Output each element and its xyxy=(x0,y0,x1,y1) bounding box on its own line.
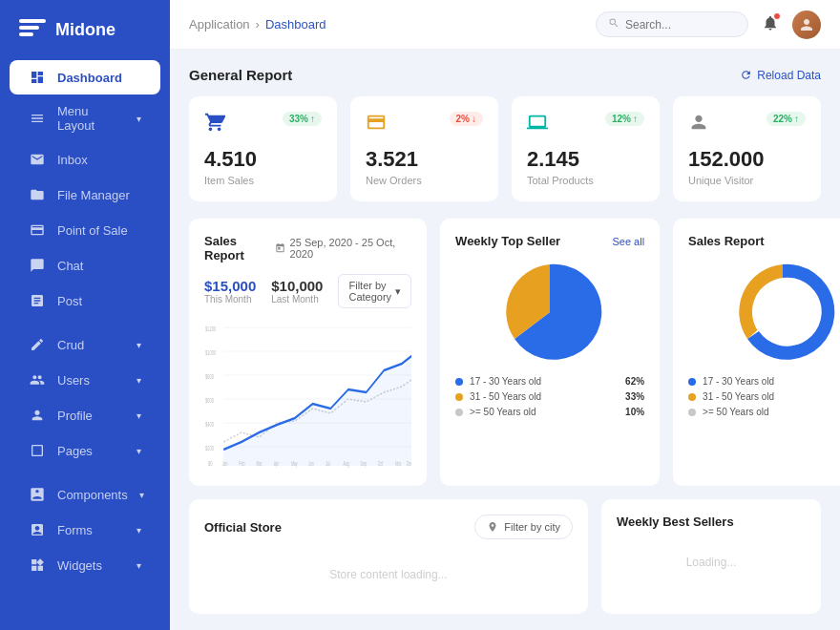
file-manager-icon xyxy=(29,186,46,203)
svg-text:Sep: Sep xyxy=(361,460,367,468)
sidebar-item-menu-layout[interactable]: Menu Layout ▾ xyxy=(10,95,160,141)
sidebar-item-forms[interactable]: Forms ▾ xyxy=(10,513,160,547)
donut-chart: 17 - 30 Years old 62% 31 - 50 Years old … xyxy=(688,260,840,422)
svg-text:Jul: Jul xyxy=(326,460,330,468)
notification-badge xyxy=(773,12,781,20)
stat-card-item-sales: 33% ↑ 4.510 Item Sales xyxy=(189,96,337,201)
svg-text:Feb: Feb xyxy=(239,460,244,468)
breadcrumb-separator: › xyxy=(256,17,260,32)
chevron-down-icon: ▾ xyxy=(395,285,401,298)
svg-text:Dec: Dec xyxy=(407,460,411,468)
pages-icon xyxy=(29,442,46,459)
sidebar-item-widgets[interactable]: Widgets ▾ xyxy=(10,548,160,582)
badge-total-products: 12% ↑ xyxy=(605,112,644,126)
sidebar-label-pages: Pages xyxy=(57,444,93,458)
search-input[interactable] xyxy=(625,18,736,32)
weekly-best-sellers-panel: Weekly Best Sellers Loading... xyxy=(601,499,821,614)
official-store-title: Official Store xyxy=(204,520,282,535)
widgets-icon xyxy=(29,556,46,574)
sidebar-label-post: Post xyxy=(57,294,82,308)
reload-data-button[interactable]: Reload Data xyxy=(740,69,821,82)
svg-point-27 xyxy=(754,284,811,341)
sidebar-item-dashboard[interactable]: Dashboard xyxy=(10,60,160,94)
menu-layout-icon xyxy=(29,110,46,127)
donut-legend-label-2: 31 - 50 Years old xyxy=(703,391,774,402)
sidebar-item-point-of-sale[interactable]: Point of Sale xyxy=(10,213,160,247)
official-store-header: Official Store Filter by city xyxy=(204,514,573,539)
sidebar-item-profile[interactable]: Profile ▾ xyxy=(10,398,160,432)
svg-text:Aug: Aug xyxy=(343,460,348,468)
svg-text:Jun: Jun xyxy=(308,460,314,468)
this-month-value: $15,000 xyxy=(204,278,256,294)
chevron-down-icon: ▾ xyxy=(136,340,141,350)
stat-card-new-orders: 2% ↓ 3.521 New Orders xyxy=(350,96,498,201)
bottom-section: Official Store Filter by city Store cont… xyxy=(189,499,821,614)
sidebar-item-post[interactable]: Post xyxy=(10,284,160,318)
pie-legend-donut: 17 - 30 Years old 62% 31 - 50 Years old … xyxy=(688,376,840,422)
stat-label-total-products: Total Products xyxy=(527,175,644,186)
users-icon xyxy=(29,371,46,388)
donut-legend-label-1: 17 - 30 Years old xyxy=(703,376,774,387)
filter-by-city[interactable]: Filter by city xyxy=(474,514,573,539)
legend-label-2: 31 - 50 Years old xyxy=(470,391,541,402)
stat-value-total-products: 2.145 xyxy=(527,147,644,172)
sidebar-item-chat[interactable]: Chat xyxy=(10,248,160,283)
see-all-top-seller[interactable]: See all xyxy=(612,236,644,247)
search-box[interactable] xyxy=(596,11,748,37)
logo-icon xyxy=(19,19,46,40)
svg-text:Apr: Apr xyxy=(274,460,280,468)
legend-label-3: >= 50 Years old xyxy=(470,407,536,417)
dashboard-icon xyxy=(29,69,46,86)
date-range-text: 25 Sep, 2020 - 25 Oct, 2020 xyxy=(290,237,412,260)
card-icon xyxy=(366,112,387,137)
middle-row: Sales Report 25 Sep, 2020 - 25 Oct, 2020… xyxy=(189,219,821,486)
reload-label: Reload Data xyxy=(757,69,821,82)
pie-legend-top-seller: 17 - 30 Years old 62% 31 - 50 Years old … xyxy=(455,376,644,422)
svg-text:Oct: Oct xyxy=(378,460,384,468)
sidebar-item-inbox[interactable]: Inbox xyxy=(10,142,160,177)
svg-text:Jan: Jan xyxy=(222,460,228,468)
sidebar-item-users[interactable]: Users ▾ xyxy=(10,363,160,397)
stat-card-unique-visitor: 22% ↑ 152.000 Unique Visitor xyxy=(673,96,821,201)
point-of-sale-icon xyxy=(29,221,46,239)
line-chart: $1200 $1000 $800 $600 $400 $200 $0 xyxy=(204,318,411,471)
general-report-header: General Report Reload Data xyxy=(189,67,821,83)
sidebar-label-widgets: Widgets xyxy=(57,558,102,573)
sidebar-item-components[interactable]: Components ▾ xyxy=(10,477,160,512)
sales-report-donut-title: Sales Report xyxy=(688,234,764,248)
sidebar-item-crud[interactable]: Crud ▾ xyxy=(10,327,160,362)
sales-report-panel: Sales Report 25 Sep, 2020 - 25 Oct, 2020… xyxy=(189,219,427,486)
sidebar-label-users: Users xyxy=(57,373,90,388)
cart-icon xyxy=(204,112,225,137)
sidebar-label-forms: Forms xyxy=(57,523,93,537)
monitor-icon xyxy=(527,112,548,137)
notification-button[interactable] xyxy=(762,14,779,35)
sidebar-label-dashboard: Dashboard xyxy=(57,71,122,85)
official-store-panel: Official Store Filter by city Store cont… xyxy=(189,499,588,614)
store-content-placeholder: Store content loading... xyxy=(204,551,573,598)
app-name: Midone xyxy=(55,20,116,40)
svg-text:Nov: Nov xyxy=(395,460,401,468)
general-report-title: General Report xyxy=(189,67,292,83)
filter-category-button[interactable]: Filter by Category ▾ xyxy=(338,274,411,308)
breadcrumb-parent: Application xyxy=(189,17,250,32)
svg-text:$400: $400 xyxy=(205,419,214,428)
sidebar-label-file-manager: File Manager xyxy=(57,188,130,202)
sidebar-label-menu-layout: Menu Layout xyxy=(57,104,125,133)
badge-new-orders: 2% ↓ xyxy=(450,112,483,126)
svg-marker-13 xyxy=(223,356,411,466)
stat-card-total-products: 12% ↑ 2.145 Total Products xyxy=(512,96,660,201)
avatar[interactable] xyxy=(792,10,821,39)
sidebar: Midone Dashboard Menu Layout ▾ Inbox xyxy=(0,0,170,630)
sidebar-item-pages[interactable]: Pages ▾ xyxy=(10,433,160,468)
sales-report-donut-panel: Sales Report See all xyxy=(673,219,840,486)
svg-text:$200: $200 xyxy=(205,443,214,452)
stat-label-unique-visitor: Unique Visitor xyxy=(688,175,806,186)
svg-text:May: May xyxy=(291,460,298,468)
sidebar-item-file-manager[interactable]: File Manager xyxy=(10,178,160,212)
stat-label-item-sales: Item Sales xyxy=(204,175,322,186)
weekly-top-seller-title: Weekly Top Seller xyxy=(455,234,560,248)
stat-value-item-sales: 4.510 xyxy=(204,147,322,172)
legend-pct-3: 10% xyxy=(625,407,644,417)
app-logo[interactable]: Midone xyxy=(0,0,170,55)
